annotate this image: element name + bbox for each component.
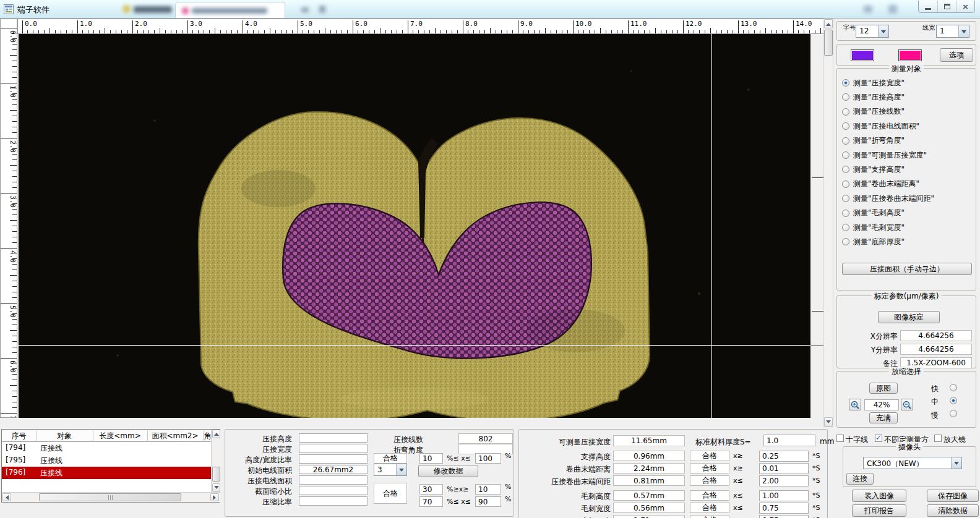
speed-radio-2[interactable] [950,397,957,404]
grip-icon [40,494,181,501]
draw-color-swatch-2[interactable] [898,49,922,61]
material-thickness-input[interactable]: 1.0 [763,435,815,446]
canvas-vertical-scrollbar[interactable] [823,19,833,427]
range-max-input[interactable]: 10 [475,484,501,495]
result-limit-input[interactable]: 0.75 [759,503,809,514]
radio-icon[interactable] [842,195,849,202]
result-unit-label: *S [812,477,820,485]
radio-icon[interactable] [842,238,849,245]
measure-option-7[interactable]: 测量"支撑高度" [842,163,905,176]
table-horizontal-scrollbar[interactable] [2,492,220,502]
result-limit-input[interactable]: 0.75 [759,515,809,518]
range-max-input[interactable]: 100 [475,453,501,464]
radio-icon[interactable] [842,210,849,217]
radio-icon[interactable] [842,224,849,231]
font-size-dropdown[interactable]: 12 [856,25,889,38]
range-min-input[interactable]: 70 [419,496,443,507]
measure-option-2[interactable]: 测量"压接高度" [842,90,905,104]
radio-icon[interactable] [842,93,849,101]
dropdown-value: CK300（NEW） [864,457,951,469]
redacted-control [319,6,325,13]
measure-option-8[interactable]: 测量"卷曲末端距离" [842,177,919,191]
close-button[interactable]: × [956,1,974,12]
measure-option-5[interactable]: 测量"折弯角度" [842,134,905,148]
range-max-input[interactable]: 90 [475,496,501,507]
scroll-up-button[interactable] [212,430,220,438]
result-limit-input[interactable]: 0.01 [759,463,809,474]
speed-radio-3[interactable] [950,410,957,417]
scroll-thumb[interactable] [39,493,181,501]
result-limit-input[interactable]: 1.00 [759,490,809,501]
modify-data-button[interactable]: 修改数据 [418,465,478,477]
scroll-thumb[interactable] [824,30,833,56]
magnifier-checkbox[interactable] [934,435,942,442]
camera-device-dropdown[interactable]: CK300（NEW） [863,457,962,469]
column-separator [147,431,148,441]
original-size-button[interactable]: 原图 [869,383,898,394]
unfixed-measure-checkbox[interactable] [875,435,882,442]
crimp-area-manual-button[interactable]: 压接面积（手动寻边） [842,263,972,275]
result-value: 0.56mm [613,503,685,513]
range-min-input[interactable]: 10 [419,453,443,464]
save-image-button[interactable]: 保存图像 [927,490,979,502]
minimize-button[interactable] [919,1,937,12]
scroll-up-button[interactable] [824,19,833,28]
text-style-bar: 字号 12 线宽 1 [836,21,976,41]
table-row[interactable]: [796]压接线 [2,467,211,479]
svg-text:5.0: 5.0 [300,20,312,28]
result-operator-label: x≤ [733,491,743,499]
radio-icon[interactable] [842,108,849,116]
arrow-down-icon [214,486,219,491]
image-calibrate-button[interactable]: 图像标定 [878,311,940,323]
zoom-percent-input[interactable]: 42% [864,399,899,410]
app-icon [4,4,14,14]
speed-radio-1[interactable] [950,384,957,391]
scroll-left-button[interactable] [2,493,11,501]
table-row[interactable]: [794]压接线 [2,442,211,454]
print-report-button[interactable]: 打印报告 [852,504,906,517]
options-button[interactable]: 选项 [940,48,973,62]
measure-option-1[interactable]: 测量"压接宽度" [842,76,905,90]
result-status: 合格 [690,490,729,501]
zoom-in-button[interactable] [849,399,861,410]
connect-button[interactable]: 连接 [846,473,874,485]
scroll-thumb[interactable] [212,467,220,482]
draw-color-swatch-1[interactable] [851,49,874,61]
line-width-dropdown[interactable]: 1 [936,25,969,38]
redacted-tab[interactable] [175,2,285,18]
measure-option-10[interactable]: 测量"毛刺高度" [842,206,905,220]
radio-icon[interactable] [842,166,849,173]
load-image-button[interactable]: 装入图像 [852,490,906,502]
measure-option-12[interactable]: 测量"底部厚度" [842,235,905,248]
table-row[interactable]: [795]压接线 [2,454,211,467]
measure-option-9[interactable]: 测量"压接卷曲末端间距" [842,192,934,205]
radio-icon[interactable] [842,79,849,87]
crosshair-checkbox[interactable] [836,435,844,442]
crimp-field-value[interactable]: 26.67mm2 [299,465,368,474]
measure-option-4[interactable]: 测量"压接电线面积" [842,119,919,133]
radio-icon[interactable] [842,151,849,159]
zoom-out-button[interactable] [901,399,913,410]
range-min-input[interactable]: 30 [419,484,443,495]
scroll-down-button[interactable] [212,483,220,492]
radio-icon[interactable] [842,180,849,188]
radio-icon[interactable] [842,122,849,130]
measure-option-11[interactable]: 测量"毛刺宽度" [842,221,905,234]
svg-text:13.0: 13.0 [741,20,757,28]
fit-button[interactable]: 充满 [869,412,898,423]
measure-option-6[interactable]: 测量"可测量压接宽度" [842,148,927,162]
result-limit-input[interactable]: 0.25 [759,451,809,462]
wire-count-dropdown[interactable]: 3 [374,464,407,476]
scroll-down-button[interactable] [824,417,833,427]
table-vertical-scrollbar[interactable] [211,430,220,492]
clear-data-button[interactable]: 清除数据 [927,504,979,517]
scroll-right-button[interactable] [210,493,219,501]
measure-option-3[interactable]: 测量"压接线数" [842,105,905,119]
maximize-button[interactable] [937,1,956,12]
radio-icon[interactable] [842,137,849,145]
result-limit-input[interactable]: 2.00 [759,475,809,486]
row-object-cell: 压接线 [40,443,62,454]
svg-text:11.0: 11.0 [630,20,647,28]
window-title: 端子软件 [17,4,49,15]
image-canvas[interactable] [19,34,810,418]
